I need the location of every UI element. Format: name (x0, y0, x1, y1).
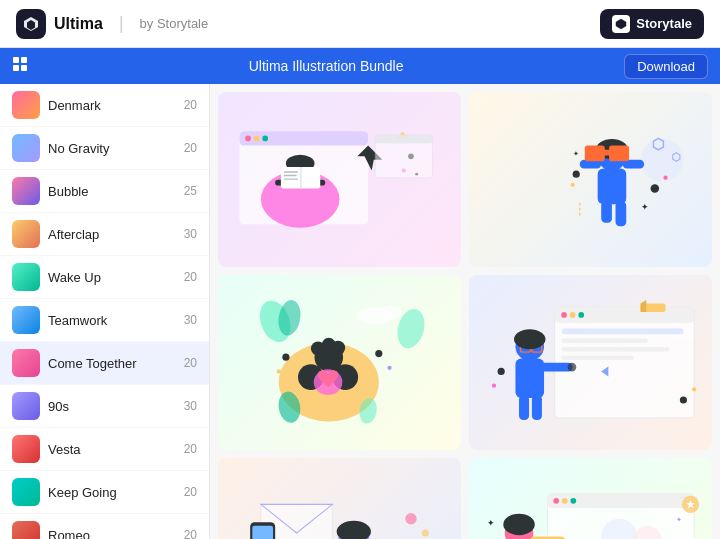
svg-point-88 (680, 396, 687, 403)
svg-text:✦: ✦ (676, 516, 682, 524)
item-label-denmark: Denmark (48, 98, 176, 113)
item-label-wake-up: Wake Up (48, 270, 176, 285)
item-label-no-gravity: No Gravity (48, 141, 176, 156)
svg-rect-71 (562, 347, 669, 351)
item-count-90s: 30 (184, 399, 197, 413)
svg-rect-24 (375, 135, 432, 144)
app-title: Ultima (54, 15, 103, 33)
item-thumb-vesta (12, 435, 40, 463)
svg-rect-65 (555, 307, 694, 323)
svg-rect-3 (21, 65, 27, 71)
svg-text:✦: ✦ (487, 518, 495, 528)
sidebar-item-bubble[interactable]: Bubble 25 (0, 170, 209, 213)
svg-point-6 (245, 136, 251, 142)
svg-point-57 (277, 369, 281, 373)
svg-point-7 (254, 136, 260, 142)
svg-point-36 (573, 171, 580, 178)
svg-rect-31 (585, 146, 605, 162)
illustration-card-6[interactable]: ★ ✦ ✦ (469, 458, 712, 539)
svg-point-77 (514, 329, 545, 349)
svg-rect-32 (609, 146, 629, 162)
svg-rect-17 (284, 178, 298, 179)
top-bar: Ultima | by Storytale Storytale (0, 0, 720, 48)
item-label-90s: 90s (48, 399, 176, 414)
item-label-keep-going: Keep Going (48, 485, 176, 500)
svg-rect-28 (598, 168, 627, 204)
svg-rect-2 (13, 65, 19, 71)
svg-rect-70 (562, 339, 648, 343)
item-count-vesta: 20 (184, 442, 197, 456)
svg-point-56 (282, 354, 289, 361)
illustration-card-2[interactable]: ✦ ✦ (469, 92, 712, 267)
item-label-romeo: Romeo (48, 528, 176, 540)
svg-point-111 (562, 498, 568, 504)
svg-point-112 (570, 498, 576, 504)
sidebar-item-romeo[interactable]: Romeo 20 (0, 514, 209, 539)
toolbar-grid-icon (12, 56, 28, 76)
svg-point-52 (331, 341, 345, 355)
svg-rect-64 (555, 307, 694, 418)
svg-rect-72 (562, 356, 633, 360)
svg-rect-35 (616, 201, 627, 226)
illustration-card-3[interactable] (218, 275, 461, 450)
item-count-bubble: 25 (184, 184, 197, 198)
svg-point-38 (651, 184, 660, 193)
title-separator: | (119, 13, 124, 34)
item-count-teamwork: 30 (184, 313, 197, 327)
svg-point-102 (405, 513, 416, 524)
item-thumb-afterclap (12, 220, 40, 248)
svg-point-68 (578, 312, 584, 318)
item-thumb-no-gravity (12, 134, 40, 162)
item-label-vesta: Vesta (48, 442, 176, 457)
svg-text:★: ★ (686, 499, 696, 510)
item-label-afterclap: Afterclap (48, 227, 176, 242)
svg-rect-82 (532, 395, 542, 420)
sidebar-item-no-gravity[interactable]: No Gravity 20 (0, 127, 209, 170)
svg-point-37 (570, 183, 574, 187)
item-thumb-come-together (12, 349, 40, 377)
illustration-card-1[interactable] (218, 92, 461, 267)
illustration-card-4[interactable] (469, 275, 712, 450)
svg-rect-78 (515, 359, 544, 398)
svg-rect-15 (284, 171, 298, 172)
svg-point-8 (262, 136, 268, 142)
item-count-romeo: 20 (184, 528, 197, 539)
toolbar: Ultima Illustration Bundle Download (0, 48, 720, 84)
item-count-keep-going: 20 (184, 485, 197, 499)
sidebar: Denmark 20 No Gravity 20 Bubble 25 After… (0, 84, 210, 539)
sidebar-item-keep-going[interactable]: Keep Going 20 (0, 471, 209, 514)
storytale-button[interactable]: Storytale (600, 9, 704, 39)
svg-rect-16 (284, 175, 297, 176)
item-count-come-together: 20 (184, 356, 197, 370)
item-count-afterclap: 30 (184, 227, 197, 241)
item-label-come-together: Come Together (48, 356, 176, 371)
svg-rect-34 (601, 201, 612, 222)
item-thumb-90s (12, 392, 40, 420)
item-label-bubble: Bubble (48, 184, 176, 199)
download-button[interactable]: Download (624, 54, 708, 79)
svg-text:✦: ✦ (573, 150, 579, 158)
sidebar-item-denmark[interactable]: Denmark 20 (0, 84, 209, 127)
item-label-teamwork: Teamwork (48, 313, 176, 328)
svg-point-89 (692, 387, 696, 391)
illustration-card-5[interactable]: ✦ ✦ (218, 458, 461, 539)
item-thumb-wake-up (12, 263, 40, 291)
sidebar-item-vesta[interactable]: Vesta 20 (0, 428, 209, 471)
svg-point-59 (387, 366, 391, 370)
sidebar-item-teamwork[interactable]: Teamwork 30 (0, 299, 209, 342)
svg-point-66 (561, 312, 567, 318)
sidebar-item-wake-up[interactable]: Wake Up 20 (0, 256, 209, 299)
svg-rect-1 (21, 57, 27, 63)
svg-rect-0 (13, 57, 19, 63)
svg-point-110 (553, 498, 559, 504)
svg-point-103 (422, 529, 429, 536)
svg-rect-93 (252, 526, 273, 539)
item-count-wake-up: 20 (184, 270, 197, 284)
sidebar-item-afterclap[interactable]: Afterclap 30 (0, 213, 209, 256)
svg-point-39 (663, 176, 667, 180)
item-thumb-bubble (12, 177, 40, 205)
svg-point-86 (498, 368, 505, 375)
sidebar-item-90s[interactable]: 90s 30 (0, 385, 209, 428)
sidebar-item-come-together[interactable]: Come Together 20 (0, 342, 209, 385)
item-count-no-gravity: 20 (184, 141, 197, 155)
